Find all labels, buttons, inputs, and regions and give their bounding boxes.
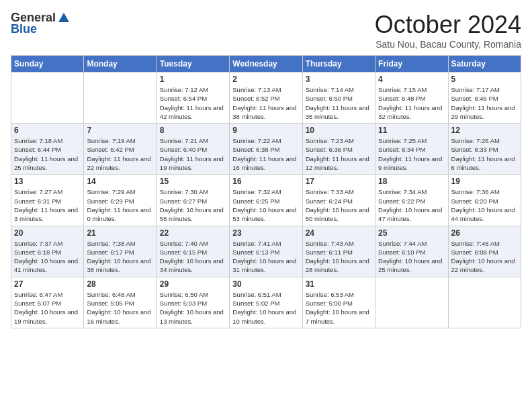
calendar-day-cell: 20Sunrise: 7:37 AM Sunset: 6:18 PM Dayli…: [11, 226, 84, 277]
calendar-table: SundayMondayTuesdayWednesdayThursdayFrid…: [11, 55, 521, 328]
calendar-day-cell: 16Sunrise: 7:32 AM Sunset: 6:25 PM Dayli…: [230, 175, 302, 226]
calendar-day-header: Monday: [84, 56, 157, 73]
day-number: 1: [160, 75, 226, 84]
logo-icon: [57, 11, 71, 25]
calendar-day-cell: 3Sunrise: 7:14 AM Sunset: 6:50 PM Daylig…: [302, 73, 375, 124]
day-number: 19: [451, 177, 518, 186]
calendar-day-cell: 14Sunrise: 7:29 AM Sunset: 6:29 PM Dayli…: [84, 175, 157, 226]
day-number: 2: [232, 75, 299, 84]
day-number: 23: [232, 228, 299, 238]
calendar-day-header: Tuesday: [157, 56, 229, 73]
calendar-day-cell: 25Sunrise: 7:44 AM Sunset: 6:10 PM Dayli…: [375, 226, 448, 277]
day-info: Sunrise: 7:36 AM Sunset: 6:20 PM Dayligh…: [451, 187, 518, 223]
calendar-week-row: 13Sunrise: 7:27 AM Sunset: 6:31 PM Dayli…: [11, 175, 521, 226]
day-number: 26: [451, 228, 518, 238]
day-info: Sunrise: 6:47 AM Sunset: 5:07 PM Dayligh…: [14, 290, 81, 326]
day-number: 25: [378, 228, 445, 238]
calendar-week-row: 27Sunrise: 6:47 AM Sunset: 5:07 PM Dayli…: [11, 277, 521, 328]
logo: General Blue: [11, 11, 71, 36]
day-info: Sunrise: 7:26 AM Sunset: 6:33 PM Dayligh…: [451, 136, 518, 172]
day-info: Sunrise: 7:12 AM Sunset: 6:54 PM Dayligh…: [160, 85, 226, 121]
day-info: Sunrise: 6:53 AM Sunset: 5:00 PM Dayligh…: [306, 290, 372, 326]
day-number: 28: [87, 279, 153, 289]
calendar-day-cell: 24Sunrise: 7:43 AM Sunset: 6:11 PM Dayli…: [302, 226, 375, 277]
day-info: Sunrise: 6:48 AM Sunset: 5:05 PM Dayligh…: [87, 290, 153, 326]
day-number: 20: [14, 228, 81, 238]
day-number: 30: [232, 279, 299, 289]
day-number: 10: [306, 126, 372, 135]
day-info: Sunrise: 7:44 AM Sunset: 6:10 PM Dayligh…: [378, 239, 445, 275]
calendar-day-cell: 19Sunrise: 7:36 AM Sunset: 6:20 PM Dayli…: [448, 175, 521, 226]
calendar-day-cell: 27Sunrise: 6:47 AM Sunset: 5:07 PM Dayli…: [11, 277, 84, 328]
day-number: 8: [160, 126, 226, 135]
day-number: 21: [87, 228, 153, 238]
day-info: Sunrise: 6:51 AM Sunset: 5:02 PM Dayligh…: [232, 290, 299, 326]
day-info: Sunrise: 7:40 AM Sunset: 6:15 PM Dayligh…: [160, 239, 226, 275]
day-number: 6: [14, 126, 81, 135]
day-number: 11: [378, 126, 445, 135]
day-info: Sunrise: 7:13 AM Sunset: 6:52 PM Dayligh…: [232, 85, 299, 121]
calendar-day-cell: [375, 277, 448, 328]
calendar-day-cell: 2Sunrise: 7:13 AM Sunset: 6:52 PM Daylig…: [230, 73, 302, 124]
day-number: 18: [378, 177, 445, 186]
calendar-week-row: 1Sunrise: 7:12 AM Sunset: 6:54 PM Daylig…: [11, 73, 521, 124]
calendar-day-cell: 7Sunrise: 7:19 AM Sunset: 6:42 PM Daylig…: [84, 124, 157, 175]
calendar-day-cell: 13Sunrise: 7:27 AM Sunset: 6:31 PM Dayli…: [11, 175, 84, 226]
day-info: Sunrise: 7:18 AM Sunset: 6:44 PM Dayligh…: [14, 136, 81, 172]
calendar-day-header: Thursday: [302, 56, 375, 73]
calendar-day-cell: 12Sunrise: 7:26 AM Sunset: 6:33 PM Dayli…: [448, 124, 521, 175]
calendar-day-cell: 8Sunrise: 7:21 AM Sunset: 6:40 PM Daylig…: [157, 124, 229, 175]
calendar-day-cell: 31Sunrise: 6:53 AM Sunset: 5:00 PM Dayli…: [302, 277, 375, 328]
day-number: 29: [160, 279, 226, 289]
calendar-day-cell: 15Sunrise: 7:30 AM Sunset: 6:27 PM Dayli…: [157, 175, 229, 226]
day-number: 12: [451, 126, 518, 135]
day-number: 22: [160, 228, 226, 238]
day-number: 4: [378, 75, 445, 84]
calendar-day-cell: [84, 73, 157, 124]
calendar-day-cell: 1Sunrise: 7:12 AM Sunset: 6:54 PM Daylig…: [157, 73, 229, 124]
calendar-day-cell: 10Sunrise: 7:23 AM Sunset: 6:36 PM Dayli…: [302, 124, 375, 175]
calendar-week-row: 6Sunrise: 7:18 AM Sunset: 6:44 PM Daylig…: [11, 124, 521, 175]
day-number: 13: [14, 177, 81, 186]
day-info: Sunrise: 7:25 AM Sunset: 6:34 PM Dayligh…: [378, 136, 445, 172]
calendar-day-cell: 30Sunrise: 6:51 AM Sunset: 5:02 PM Dayli…: [230, 277, 302, 328]
day-number: 3: [306, 75, 372, 84]
day-info: Sunrise: 7:21 AM Sunset: 6:40 PM Dayligh…: [160, 136, 226, 172]
calendar-day-cell: 11Sunrise: 7:25 AM Sunset: 6:34 PM Dayli…: [375, 124, 448, 175]
day-info: Sunrise: 7:30 AM Sunset: 6:27 PM Dayligh…: [160, 187, 226, 223]
calendar-day-header: Saturday: [448, 56, 521, 73]
day-info: Sunrise: 7:15 AM Sunset: 6:48 PM Dayligh…: [378, 85, 445, 121]
calendar-day-cell: 29Sunrise: 6:50 AM Sunset: 5:03 PM Dayli…: [157, 277, 229, 328]
title-section: October 2024 Satu Nou, Bacau County, Rom…: [375, 11, 521, 50]
day-number: 5: [451, 75, 518, 84]
calendar-day-cell: 9Sunrise: 7:22 AM Sunset: 6:38 PM Daylig…: [230, 124, 302, 175]
day-info: Sunrise: 6:50 AM Sunset: 5:03 PM Dayligh…: [160, 290, 226, 326]
day-number: 15: [160, 177, 226, 186]
day-info: Sunrise: 7:33 AM Sunset: 6:24 PM Dayligh…: [306, 187, 372, 223]
day-number: 16: [232, 177, 299, 186]
day-info: Sunrise: 7:34 AM Sunset: 6:22 PM Dayligh…: [378, 187, 445, 223]
calendar-day-cell: 18Sunrise: 7:34 AM Sunset: 6:22 PM Dayli…: [375, 175, 448, 226]
day-info: Sunrise: 7:23 AM Sunset: 6:36 PM Dayligh…: [306, 136, 372, 172]
day-info: Sunrise: 7:14 AM Sunset: 6:50 PM Dayligh…: [306, 85, 372, 121]
location-text: Satu Nou, Bacau County, Romania: [375, 39, 521, 50]
calendar-day-header: Sunday: [11, 56, 84, 73]
calendar-day-cell: 4Sunrise: 7:15 AM Sunset: 6:48 PM Daylig…: [375, 73, 448, 124]
day-info: Sunrise: 7:45 AM Sunset: 6:08 PM Dayligh…: [451, 239, 518, 275]
calendar-day-cell: 23Sunrise: 7:41 AM Sunset: 6:13 PM Dayli…: [230, 226, 302, 277]
day-number: 27: [14, 279, 81, 289]
day-number: 24: [306, 228, 372, 238]
calendar-day-cell: 26Sunrise: 7:45 AM Sunset: 6:08 PM Dayli…: [448, 226, 521, 277]
calendar-day-cell: 6Sunrise: 7:18 AM Sunset: 6:44 PM Daylig…: [11, 124, 84, 175]
day-info: Sunrise: 7:22 AM Sunset: 6:38 PM Dayligh…: [232, 136, 299, 172]
calendar-day-header: Friday: [375, 56, 448, 73]
calendar-day-cell: 17Sunrise: 7:33 AM Sunset: 6:24 PM Dayli…: [302, 175, 375, 226]
day-info: Sunrise: 7:29 AM Sunset: 6:29 PM Dayligh…: [87, 187, 153, 223]
calendar-day-cell: 5Sunrise: 7:17 AM Sunset: 6:46 PM Daylig…: [448, 73, 521, 124]
calendar-day-cell: [11, 73, 84, 124]
day-info: Sunrise: 7:38 AM Sunset: 6:17 PM Dayligh…: [87, 239, 153, 275]
month-title: October 2024: [375, 11, 521, 39]
day-number: 31: [306, 279, 372, 289]
calendar-day-header: Wednesday: [230, 56, 302, 73]
day-info: Sunrise: 7:27 AM Sunset: 6:31 PM Dayligh…: [14, 187, 81, 223]
